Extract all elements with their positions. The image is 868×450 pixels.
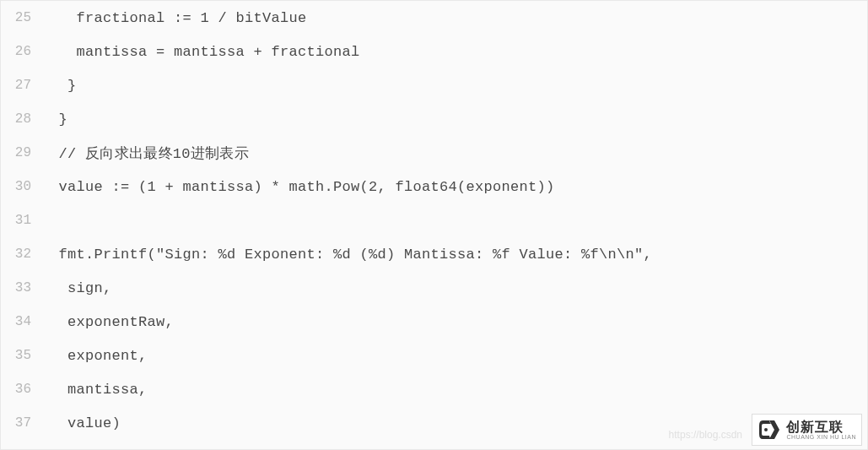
line-number: 26 [1,35,43,68]
watermark-logo: 创新互联 CHUANG XIN HU LIAN [752,414,862,446]
svg-point-0 [764,428,768,431]
code-line: 36 mantissa, [1,372,867,406]
line-number: 35 [1,339,43,372]
line-content: } [43,102,867,136]
line-content: value := (1 + mantissa) * math.Pow(2, fl… [43,170,867,203]
logo-main-text: 创新互联 [786,420,856,434]
line-content: value) [43,406,867,440]
line-content: mantissa, [43,372,867,406]
line-content: fractional := 1 / bitValue [43,1,867,35]
code-line: 32 fmt.Printf("Sign: %d Exponent: %d (%d… [1,237,867,271]
line-number: 32 [1,237,43,271]
code-line: 25 fractional := 1 / bitValue [1,1,867,35]
line-content: sign, [43,271,867,305]
code-line: 28 } [1,102,867,136]
code-line: 29 // 反向求出最终10进制表示 [1,136,867,170]
code-line: 26 mantissa = mantissa + fractional [1,35,867,68]
line-number: 37 [1,406,43,440]
line-content: mantissa = mantissa + fractional [43,35,867,68]
code-line: 30 value := (1 + mantissa) * math.Pow(2,… [1,170,867,203]
line-content [43,203,867,237]
line-number: 29 [1,136,43,170]
line-number: 36 [1,372,43,406]
line-content: fmt.Printf("Sign: %d Exponent: %d (%d) M… [43,237,867,271]
line-content: // 反向求出最终10进制表示 [43,136,867,170]
code-line: 31 [1,203,867,237]
line-number: 31 [1,203,43,237]
company-logo-icon [757,417,783,442]
line-number: 33 [1,271,43,305]
watermark-url: https://blog.csdn [669,429,742,441]
line-content: exponentRaw, [43,305,867,339]
code-line: 27 } [1,68,867,102]
line-number: 28 [1,102,43,136]
line-number: 34 [1,305,43,339]
code-block: 25 fractional := 1 / bitValue 26 mantiss… [1,1,867,440]
code-line: 35 exponent, [1,339,867,372]
logo-text-group: 创新互联 CHUANG XIN HU LIAN [786,420,856,440]
line-number: 27 [1,68,43,102]
code-line: 34 exponentRaw, [1,305,867,339]
line-number: 25 [1,1,43,35]
line-number: 30 [1,170,43,203]
logo-sub-text: CHUANG XIN HU LIAN [786,434,856,440]
line-content: exponent, [43,339,867,372]
line-content: } [43,68,867,102]
code-line: 33 sign, [1,271,867,305]
